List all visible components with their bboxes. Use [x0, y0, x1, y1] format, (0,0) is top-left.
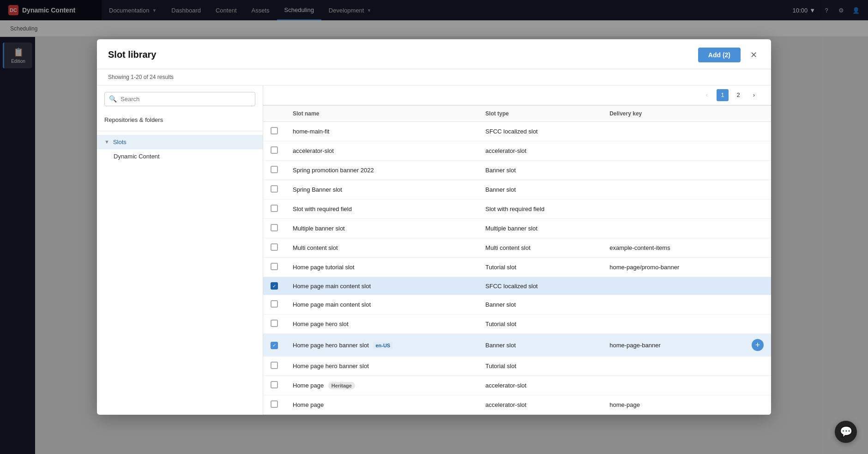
row-checkbox-cell[interactable]: [263, 160, 285, 180]
row-checkbox-cell[interactable]: [263, 218, 285, 238]
row-checkbox[interactable]: [271, 342, 278, 349]
row-checkbox[interactable]: [271, 166, 278, 173]
modal-body: 🔍 Repositories & folders ▼ Slots Dynamic: [97, 85, 771, 415]
row-checkbox[interactable]: [271, 185, 278, 193]
row-slot-name: Home page hero banner slot: [285, 357, 478, 376]
search-icon: 🔍: [109, 95, 117, 103]
row-checkbox-cell[interactable]: [263, 315, 285, 334]
row-checkbox[interactable]: [271, 362, 278, 369]
table-row: home-main-fit SFCC localized slot: [263, 121, 771, 141]
row-delivery-key: [602, 357, 744, 376]
row-slot-type: accelerator-slot: [478, 141, 602, 160]
modal-subheader: Showing 1-20 of 24 results: [97, 69, 771, 85]
row-slot-name: Home page Heritage: [285, 376, 478, 395]
row-checkbox[interactable]: [271, 146, 278, 154]
col-action: [744, 105, 771, 121]
right-panel: ‹ 1 2 › Slot name Slot type Delivery key: [263, 85, 771, 415]
row-slot-name: Multi content slot: [285, 238, 478, 257]
table-row: Spring promotion banner 2022 Banner slot: [263, 160, 771, 180]
row-checkbox-cell[interactable]: [263, 141, 285, 160]
slots-chevron-icon: ▼: [104, 139, 109, 145]
row-checkbox[interactable]: [271, 320, 278, 327]
row-checkbox-cell[interactable]: [263, 199, 285, 218]
table-row: Home page main content slot SFCC localiz…: [263, 277, 771, 295]
row-slot-name: Multiple banner slot: [285, 218, 478, 238]
row-slot-type: Banner slot: [478, 295, 602, 315]
row-slot-name: Home page main content slot: [285, 295, 478, 315]
pagination-next-button[interactable]: ›: [748, 89, 760, 101]
row-checkbox[interactable]: [271, 224, 278, 231]
pagination-prev-button[interactable]: ‹: [701, 89, 713, 101]
row-action-cell: [744, 315, 771, 334]
pagination-page-2[interactable]: 2: [732, 89, 744, 101]
row-checkbox-cell[interactable]: [263, 121, 285, 141]
row-action-cell: [744, 218, 771, 238]
row-checkbox[interactable]: [271, 243, 278, 251]
row-checkbox-cell[interactable]: [263, 295, 285, 315]
row-slot-type: Tutorial slot: [478, 257, 602, 277]
search-input[interactable]: [104, 92, 255, 106]
row-slot-type: SFCC localized slot: [478, 121, 602, 141]
table-row: Spring Banner slot Banner slot: [263, 180, 771, 199]
row-slot-name: home-main-fit: [285, 121, 478, 141]
row-checkbox-cell[interactable]: [263, 257, 285, 277]
row-checkbox-cell[interactable]: [263, 357, 285, 376]
row-slot-type: Banner slot: [478, 180, 602, 199]
row-checkbox[interactable]: [271, 300, 278, 308]
row-action-cell: [744, 160, 771, 180]
slot-library-modal: Slot library Add (2) ✕ Showing 1-20 of 2…: [97, 39, 771, 415]
sidebar-item-slots[interactable]: ▼ Slots: [97, 135, 263, 149]
row-slot-name: Slot with required field: [285, 199, 478, 218]
row-checkbox[interactable]: [271, 400, 278, 408]
row-checkbox-cell[interactable]: [263, 376, 285, 395]
row-slot-type: accelerator-slot: [478, 376, 602, 395]
table-row: Home page accelerator-slot home-page: [263, 395, 771, 415]
row-action-cell: [744, 238, 771, 257]
row-slot-type: accelerator-slot: [478, 395, 602, 415]
row-checkbox-cell[interactable]: [263, 277, 285, 295]
table-row: Multi content slot Multi content slot ex…: [263, 238, 771, 257]
row-slot-name: Home page hero slot: [285, 315, 478, 334]
table-row: accelerator-slot accelerator-slot: [263, 141, 771, 160]
row-delivery-key: [602, 180, 744, 199]
row-delivery-key: [602, 141, 744, 160]
table-row: Home page hero slot Tutorial slot: [263, 315, 771, 334]
col-checkbox: [263, 105, 285, 121]
row-checkbox-cell[interactable]: [263, 395, 285, 415]
row-slot-type: Banner slot: [478, 160, 602, 180]
heritage-badge: Heritage: [328, 382, 355, 389]
table-row: Slot with required field Slot with requi…: [263, 199, 771, 218]
pagination-page-1[interactable]: 1: [717, 89, 729, 101]
modal-header: Slot library Add (2) ✕: [97, 39, 771, 69]
row-checkbox-cell[interactable]: [263, 180, 285, 199]
row-checkbox-cell[interactable]: [263, 334, 285, 357]
row-slot-name: Home page hero banner slot en-US: [285, 334, 478, 357]
repositories-label: Repositories & folders: [104, 116, 163, 123]
add-button[interactable]: Add (2): [698, 48, 741, 62]
search-box: 🔍: [104, 92, 255, 106]
row-checkbox[interactable]: [271, 381, 278, 388]
row-slot-name: accelerator-slot: [285, 141, 478, 160]
close-button[interactable]: ✕: [747, 48, 760, 61]
row-slot-type: Multiple banner slot: [478, 218, 602, 238]
table-body: home-main-fit SFCC localized slot accele…: [263, 121, 771, 415]
row-checkbox[interactable]: [271, 127, 278, 134]
row-action-cell: [744, 395, 771, 415]
row-action-cell: [744, 180, 771, 199]
chat-bubble[interactable]: 💬: [835, 421, 857, 443]
col-slot-name: Slot name: [285, 105, 478, 121]
row-action-cell: [744, 199, 771, 218]
left-panel-divider: [97, 131, 263, 131]
row-slot-name: Home page tutorial slot: [285, 257, 478, 277]
row-checkbox[interactable]: [271, 282, 278, 290]
row-delivery-key: home-page-banner: [602, 334, 744, 357]
row-slot-name: Home page: [285, 395, 478, 415]
row-action-cell[interactable]: +: [744, 334, 771, 357]
row-checkbox[interactable]: [271, 205, 278, 212]
row-checkbox-cell[interactable]: [263, 238, 285, 257]
sidebar-item-repositories[interactable]: Repositories & folders: [97, 113, 263, 127]
row-add-button[interactable]: +: [752, 339, 764, 351]
row-action-cell: [744, 257, 771, 277]
row-checkbox[interactable]: [271, 263, 278, 270]
sidebar-item-dynamic-content[interactable]: Dynamic Content: [97, 149, 263, 163]
